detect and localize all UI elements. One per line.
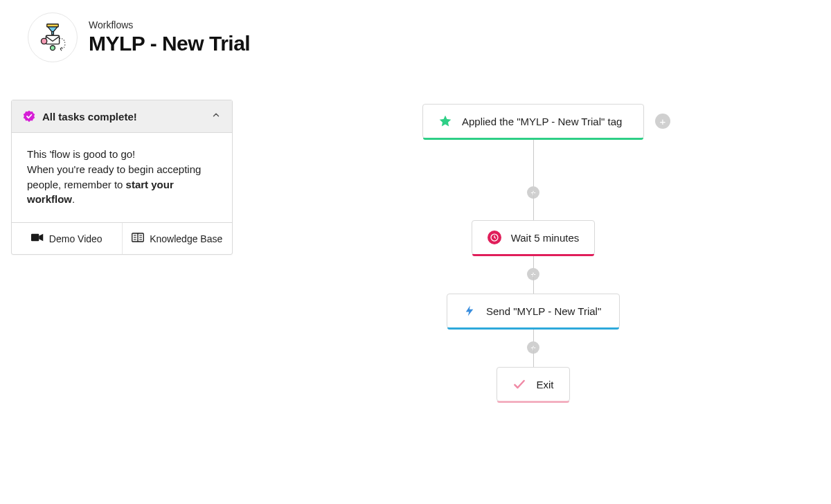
clock-icon bbox=[488, 231, 501, 244]
svg-rect-5 bbox=[31, 234, 39, 242]
add-branch-button[interactable]: + bbox=[655, 114, 670, 129]
panel-body-tail: . bbox=[72, 193, 75, 205]
wait-node[interactable]: Wait 5 minutes bbox=[472, 220, 596, 255]
video-camera-icon bbox=[31, 233, 44, 244]
tasks-panel-header[interactable]: All tasks complete! bbox=[12, 100, 232, 133]
workflow-canvas[interactable]: Applied the "MYLP - New Trial" tag + + W… bbox=[263, 104, 803, 402]
demo-video-link[interactable]: Demo Video bbox=[12, 223, 122, 254]
star-icon bbox=[438, 114, 452, 128]
tasks-panel: All tasks complete! This 'flow is good t… bbox=[11, 100, 233, 255]
breadcrumb[interactable]: Workflows bbox=[89, 19, 250, 30]
demo-video-label: Demo Video bbox=[49, 233, 102, 244]
wait-node-label: Wait 5 minutes bbox=[511, 232, 580, 244]
svg-rect-1 bbox=[52, 32, 54, 35]
tasks-panel-body: This 'flow is good to go! When you're re… bbox=[12, 133, 232, 222]
book-icon bbox=[132, 233, 144, 244]
trigger-node[interactable]: Applied the "MYLP - New Trial" tag bbox=[422, 104, 644, 138]
exit-node-label: Exit bbox=[536, 379, 553, 390]
connector-line bbox=[533, 348, 534, 367]
workflow-funnel-icon bbox=[37, 22, 68, 53]
check-icon bbox=[512, 377, 526, 391]
exit-node[interactable]: Exit bbox=[497, 367, 569, 402]
page-header: Workflows MYLP - New Trial bbox=[0, 0, 831, 62]
connector-line bbox=[533, 192, 534, 220]
panel-body-line2: When you're ready to begin accepting peo… bbox=[27, 163, 201, 190]
svg-rect-2 bbox=[46, 35, 59, 44]
page-title: MYLP - New Trial bbox=[89, 32, 250, 55]
workflow-avatar bbox=[28, 12, 78, 62]
svg-point-3 bbox=[42, 38, 47, 44]
chevron-up-icon bbox=[211, 110, 221, 123]
send-node-label: Send "MYLP - New Trial" bbox=[486, 305, 601, 317]
knowledge-base-link[interactable]: Knowledge Base bbox=[122, 223, 233, 254]
tasks-panel-title: All tasks complete! bbox=[42, 111, 137, 123]
send-node[interactable]: Send "MYLP - New Trial" bbox=[447, 294, 620, 328]
connector-line bbox=[533, 274, 534, 294]
checkmark-badge-icon bbox=[23, 110, 35, 123]
knowledge-base-label: Knowledge Base bbox=[150, 233, 222, 244]
connector-line bbox=[533, 138, 534, 192]
tasks-panel-footer: Demo Video Knowledge Base bbox=[12, 222, 232, 254]
svg-point-4 bbox=[51, 46, 55, 51]
lightning-icon bbox=[463, 304, 476, 318]
panel-body-line1: This 'flow is good to go! bbox=[27, 147, 217, 162]
node-row-trigger: Applied the "MYLP - New Trial" tag + bbox=[422, 104, 644, 138]
trigger-node-label: Applied the "MYLP - New Trial" tag bbox=[462, 116, 622, 127]
